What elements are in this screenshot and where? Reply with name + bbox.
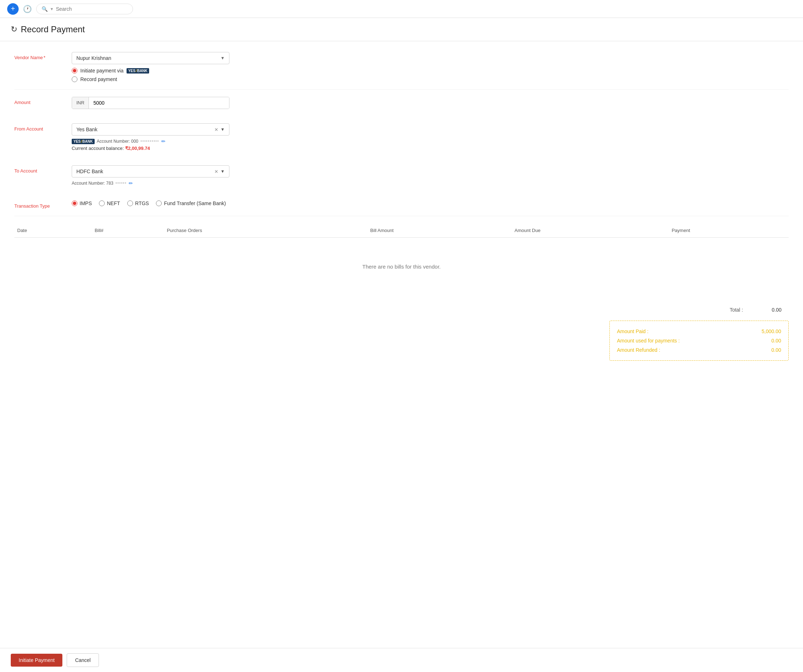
rtgs-label: RTGS bbox=[135, 200, 149, 206]
page-title: Record Payment bbox=[21, 24, 85, 34]
payment-option-group: Initiate payment via YES/BANK Record pay… bbox=[72, 68, 788, 82]
amount-used-value: 0.00 bbox=[772, 338, 781, 343]
clear-from-account-icon[interactable]: ✕ bbox=[215, 127, 218, 132]
edit-from-account-icon[interactable]: ✏ bbox=[161, 138, 166, 144]
record-payment-label: Record payment bbox=[80, 76, 117, 82]
to-account-number: Account Number: 783 bbox=[72, 181, 113, 186]
vendor-value: Nupur Krishnan bbox=[76, 55, 111, 61]
neft-label: NEFT bbox=[107, 200, 120, 206]
balance-amount: ₹2,00,99.74 bbox=[125, 146, 150, 151]
chevron-down-icon: ▼ bbox=[221, 169, 225, 174]
vendor-name-label: Vendor Name bbox=[15, 52, 72, 60]
bank-text: BANK bbox=[137, 69, 147, 73]
search-bar: 🔍 ▼ bbox=[36, 3, 133, 15]
payment-summary-box: Amount Paid : 5,000.00 Amount used for p… bbox=[610, 321, 788, 361]
from-account-control: Yes Bank ✕ ▼ YES/BANK Account Number: 00… bbox=[72, 124, 788, 151]
footer-bar: Initiate Payment Cancel bbox=[0, 648, 803, 672]
search-input[interactable] bbox=[56, 6, 128, 12]
main-content: Vendor Name Nupur Krishnan ▼ Initiate pa… bbox=[0, 41, 803, 672]
empty-state-cell: There are no bills for this vendor. bbox=[15, 238, 788, 296]
from-account-info: YES/BANK Account Number: 000 •••••••••• … bbox=[72, 138, 788, 144]
transaction-type-row: Transaction Type IMPS NEFT RTGS Fund Tra… bbox=[15, 200, 788, 216]
fund-transfer-label: Fund Transfer (Same Bank) bbox=[164, 200, 226, 206]
from-account-label: From Account bbox=[15, 124, 72, 132]
yes-bank-small-badge: YES/BANK bbox=[72, 139, 95, 144]
chevron-down-icon: ▼ bbox=[221, 127, 225, 132]
col-bill: Bill# bbox=[92, 223, 164, 238]
fund-transfer-radio[interactable] bbox=[156, 200, 162, 206]
record-payment-radio[interactable] bbox=[72, 76, 77, 82]
amount-label: Amount bbox=[15, 97, 72, 105]
amount-used-label: Amount used for payments : bbox=[617, 338, 680, 343]
from-account-icons: ✕ ▼ bbox=[215, 127, 225, 132]
summary-section: Total : 0.00 Amount Paid : 5,000.00 Amou… bbox=[15, 303, 788, 361]
cancel-button[interactable]: Cancel bbox=[67, 653, 99, 667]
initiate-payment-label: Initiate payment via bbox=[80, 68, 124, 73]
balance-label: Current account balance: bbox=[72, 146, 124, 151]
from-account-value: Yes Bank bbox=[76, 127, 98, 132]
clear-to-account-icon[interactable]: ✕ bbox=[215, 169, 218, 174]
vendor-dropdown[interactable]: Nupur Krishnan ▼ bbox=[72, 52, 229, 64]
amount-input[interactable] bbox=[89, 97, 229, 109]
add-button[interactable]: + bbox=[7, 3, 19, 15]
empty-state: There are no bills for this vendor. bbox=[17, 242, 786, 291]
to-account-info: Account Number: 783 •••••• ✏ bbox=[72, 181, 788, 186]
initiate-payment-option[interactable]: Initiate payment via YES/BANK bbox=[72, 68, 788, 73]
yes-bank-badge: YES/BANK bbox=[127, 68, 150, 73]
initiate-payment-radio[interactable] bbox=[72, 68, 77, 73]
imps-option[interactable]: IMPS bbox=[72, 200, 92, 206]
from-account-number: Account Number: 000 bbox=[97, 139, 138, 144]
vendor-name-control: Nupur Krishnan ▼ Initiate payment via YE… bbox=[72, 52, 788, 82]
amount-paid-label: Amount Paid : bbox=[617, 329, 649, 334]
imps-label: IMPS bbox=[80, 200, 92, 206]
to-account-row: To Account HDFC Bank ✕ ▼ Account Number:… bbox=[15, 165, 788, 193]
initiate-payment-button[interactable]: Initiate Payment bbox=[11, 654, 62, 667]
transaction-type-control: IMPS NEFT RTGS Fund Transfer (Same Bank) bbox=[72, 200, 788, 206]
amount-paid-row: Amount Paid : 5,000.00 bbox=[617, 327, 781, 336]
amount-refunded-label: Amount Refunded : bbox=[617, 347, 660, 353]
amount-row: Amount INR bbox=[15, 97, 788, 116]
balance-info: Current account balance: ₹2,00,99.74 bbox=[72, 146, 788, 151]
to-account-icons: ✕ ▼ bbox=[215, 169, 225, 174]
masked-to-account: •••••• bbox=[115, 181, 127, 186]
history-icon[interactable]: 🕐 bbox=[23, 5, 32, 13]
empty-state-row: There are no bills for this vendor. bbox=[15, 238, 788, 296]
neft-option[interactable]: NEFT bbox=[99, 200, 120, 206]
transaction-type-label: Transaction Type bbox=[15, 200, 72, 209]
amount-paid-value: 5,000.00 bbox=[762, 329, 782, 334]
page-title-area: ↻ Record Payment bbox=[0, 18, 803, 41]
table-header-row: Date Bill# Purchase Orders Bill Amount A… bbox=[15, 223, 788, 238]
slash-icon: / bbox=[136, 69, 137, 73]
search-dropdown-icon[interactable]: ▼ bbox=[50, 7, 54, 11]
from-account-dropdown[interactable]: Yes Bank ✕ ▼ bbox=[72, 124, 229, 135]
bills-table: Date Bill# Purchase Orders Bill Amount A… bbox=[15, 223, 788, 296]
topbar: + 🕐 🔍 ▼ bbox=[0, 0, 803, 18]
transaction-type-group: IMPS NEFT RTGS Fund Transfer (Same Bank) bbox=[72, 200, 788, 206]
vendor-name-row: Vendor Name Nupur Krishnan ▼ Initiate pa… bbox=[15, 52, 788, 89]
record-payment-option[interactable]: Record payment bbox=[72, 76, 788, 82]
amount-used-row: Amount used for payments : 0.00 bbox=[617, 336, 781, 345]
neft-radio[interactable] bbox=[99, 200, 105, 206]
total-row: Total : 0.00 bbox=[15, 303, 788, 317]
col-amount-due: Amount Due bbox=[512, 223, 668, 238]
masked-account-number: •••••••••• bbox=[141, 139, 159, 144]
amount-refunded-row: Amount Refunded : 0.00 bbox=[617, 345, 781, 355]
rtgs-option[interactable]: RTGS bbox=[127, 200, 149, 206]
total-label: Total : bbox=[730, 307, 743, 313]
to-account-control: HDFC Bank ✕ ▼ Account Number: 783 ••••••… bbox=[72, 165, 788, 186]
from-account-row: From Account Yes Bank ✕ ▼ YES/BANK Accou… bbox=[15, 124, 788, 158]
edit-to-account-icon[interactable]: ✏ bbox=[129, 181, 133, 186]
imps-radio[interactable] bbox=[72, 200, 77, 206]
to-account-label: To Account bbox=[15, 165, 72, 174]
amount-control: INR bbox=[72, 97, 788, 109]
amount-refunded-value: 0.00 bbox=[772, 347, 781, 353]
yes-text: YES bbox=[128, 69, 135, 73]
to-account-dropdown[interactable]: HDFC Bank ✕ ▼ bbox=[72, 165, 229, 177]
fund-transfer-option[interactable]: Fund Transfer (Same Bank) bbox=[156, 200, 226, 206]
amount-field: INR bbox=[72, 97, 229, 109]
col-date: Date bbox=[15, 223, 92, 238]
record-payment-icon: ↻ bbox=[11, 25, 17, 34]
rtgs-radio[interactable] bbox=[127, 200, 133, 206]
col-payment: Payment bbox=[669, 223, 788, 238]
search-icon: 🔍 bbox=[42, 6, 48, 12]
